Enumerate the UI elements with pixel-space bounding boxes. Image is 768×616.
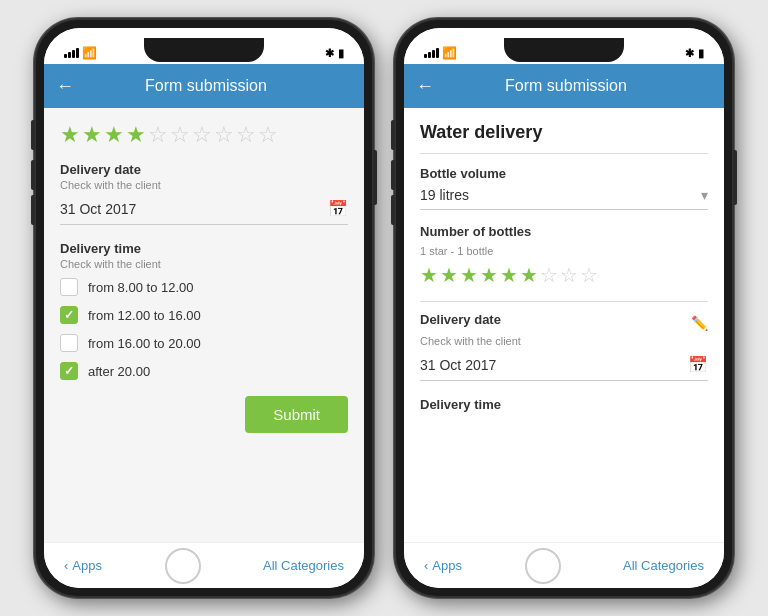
delivery-date-sub-right: Check with the client: [420, 335, 708, 347]
all-categories-button-right[interactable]: All Categories: [623, 558, 704, 573]
time-label-1: from 8.00 to 12.00: [88, 280, 194, 295]
star-r2[interactable]: ★: [440, 263, 458, 287]
battery-icon: ▮: [338, 47, 344, 60]
star-r1[interactable]: ★: [420, 263, 438, 287]
checkbox-t1[interactable]: [60, 278, 78, 296]
dropdown-arrow-icon[interactable]: ▾: [701, 187, 708, 203]
submit-button-left[interactable]: Submit: [245, 396, 348, 433]
time-option-2[interactable]: from 12.00 to 16.00: [60, 306, 348, 324]
delivery-time-label-left: Delivery time: [60, 241, 348, 256]
all-categories-button-left[interactable]: All Categories: [263, 558, 344, 573]
delivery-time-label-right: Delivery time: [420, 397, 708, 412]
number-of-bottles-label: Number of bottles: [420, 224, 708, 239]
calendar-icon-right[interactable]: 📅: [688, 355, 708, 374]
time-option-4[interactable]: after 20.00: [60, 362, 348, 380]
star-8[interactable]: ☆: [214, 122, 234, 148]
phone-screen-left: 📶 ✱ ▮ ← Form submission ★ ★ ★ ★ ☆ ☆ ☆ ☆: [44, 28, 364, 588]
star-4[interactable]: ★: [126, 122, 146, 148]
rating-stars-right[interactable]: ★ ★ ★ ★ ★ ★ ☆ ☆ ☆: [420, 263, 708, 287]
delivery-time-section-left: Delivery time Check with the client from…: [60, 241, 348, 380]
bottle-volume-dropdown[interactable]: 19 litres ▾: [420, 187, 708, 210]
home-button-right[interactable]: [525, 548, 561, 584]
star-r4[interactable]: ★: [480, 263, 498, 287]
date-value-right: 31 Oct 2017: [420, 357, 688, 373]
screen-content-right: Water delivery Bottle volume 19 litres ▾…: [404, 108, 724, 542]
bottle-volume-label: Bottle volume: [420, 166, 708, 181]
star-r3[interactable]: ★: [460, 263, 478, 287]
status-left: 📶: [64, 46, 97, 60]
app-bar-title-right: Form submission: [444, 77, 688, 95]
screen-content-left: ★ ★ ★ ★ ☆ ☆ ☆ ☆ ☆ ☆ Delivery date Check …: [44, 108, 364, 542]
status-left-r: 📶: [424, 46, 457, 60]
pencil-icon-right[interactable]: ✏️: [691, 315, 708, 331]
battery-icon-r: ▮: [698, 47, 704, 60]
signal-icon: [64, 48, 79, 58]
time-label-2: from 12.00 to 16.00: [88, 308, 201, 323]
bottle-volume-value: 19 litres: [420, 187, 701, 203]
back-button-left[interactable]: ←: [56, 76, 74, 97]
checkbox-t4[interactable]: [60, 362, 78, 380]
chevron-left-icon-left: ‹: [64, 558, 68, 573]
date-input-right[interactable]: 31 Oct 2017 📅: [420, 355, 708, 381]
apps-label-right: Apps: [432, 558, 462, 573]
apps-button-right[interactable]: ‹ Apps: [424, 558, 462, 573]
app-bar-left: ← Form submission: [44, 64, 364, 108]
star-1[interactable]: ★: [60, 122, 80, 148]
app-bar-title-left: Form submission: [84, 77, 328, 95]
star-7[interactable]: ☆: [192, 122, 212, 148]
delivery-date-section-left: Delivery date Check with the client 31 O…: [60, 162, 348, 225]
star-r6[interactable]: ★: [520, 263, 538, 287]
apps-label-left: Apps: [72, 558, 102, 573]
checkbox-t3[interactable]: [60, 334, 78, 352]
date-value-left: 31 Oct 2017: [60, 201, 328, 217]
divider-right: [420, 301, 708, 302]
star-2[interactable]: ★: [82, 122, 102, 148]
wifi-icon-r: 📶: [442, 46, 457, 60]
delivery-date-sub-left: Check with the client: [60, 179, 348, 191]
notch-right: [504, 38, 624, 62]
star-5[interactable]: ☆: [148, 122, 168, 148]
status-right-r: ✱ ▮: [685, 47, 704, 60]
phone-screen-right: 📶 ✱ ▮ ← Form submission Water delivery B…: [404, 28, 724, 588]
time-label-3: from 16.00 to 20.00: [88, 336, 201, 351]
star-9[interactable]: ☆: [236, 122, 256, 148]
delivery-date-label-left: Delivery date: [60, 162, 348, 177]
back-button-right[interactable]: ←: [416, 76, 434, 97]
time-option-1[interactable]: from 8.00 to 12.00: [60, 278, 348, 296]
star-r8[interactable]: ☆: [560, 263, 578, 287]
chevron-left-icon-right: ‹: [424, 558, 428, 573]
delivery-date-label-right: Delivery date: [420, 312, 501, 327]
delivery-date-section-right: Delivery date ✏️ Check with the client 3…: [420, 312, 708, 381]
star-sub-label: 1 star - 1 bottle: [420, 245, 708, 257]
delivery-time-sub-left: Check with the client: [60, 258, 348, 270]
phone-right: 📶 ✱ ▮ ← Form submission Water delivery B…: [394, 18, 734, 598]
date-input-left[interactable]: 31 Oct 2017 📅: [60, 199, 348, 225]
calendar-icon-left[interactable]: 📅: [328, 199, 348, 218]
bluetooth-icon: ✱: [325, 47, 334, 60]
time-label-4: after 20.00: [88, 364, 150, 379]
apps-button-left[interactable]: ‹ Apps: [64, 558, 102, 573]
home-button-left[interactable]: [165, 548, 201, 584]
notch-left: [144, 38, 264, 62]
bluetooth-icon-r: ✱: [685, 47, 694, 60]
bottom-nav-right: ‹ Apps All Categories: [404, 542, 724, 588]
delivery-time-section-right: Delivery time: [420, 397, 708, 412]
submit-area-left: Submit: [60, 396, 348, 433]
app-bar-right: ← Form submission: [404, 64, 724, 108]
water-delivery-heading: Water delivery: [420, 122, 708, 154]
phone-left: 📶 ✱ ▮ ← Form submission ★ ★ ★ ★ ☆ ☆ ☆ ☆: [34, 18, 374, 598]
star-r7[interactable]: ☆: [540, 263, 558, 287]
star-3[interactable]: ★: [104, 122, 124, 148]
star-6[interactable]: ☆: [170, 122, 190, 148]
star-r9[interactable]: ☆: [580, 263, 598, 287]
number-of-bottles-section: Number of bottles 1 star - 1 bottle ★ ★ …: [420, 224, 708, 287]
signal-icon-r: [424, 48, 439, 58]
rating-stars-left[interactable]: ★ ★ ★ ★ ☆ ☆ ☆ ☆ ☆ ☆: [60, 122, 348, 148]
status-right: ✱ ▮: [325, 47, 344, 60]
checkbox-t2[interactable]: [60, 306, 78, 324]
bottom-nav-left: ‹ Apps All Categories: [44, 542, 364, 588]
star-r5[interactable]: ★: [500, 263, 518, 287]
time-option-3[interactable]: from 16.00 to 20.00: [60, 334, 348, 352]
wifi-icon: 📶: [82, 46, 97, 60]
star-10[interactable]: ☆: [258, 122, 278, 148]
